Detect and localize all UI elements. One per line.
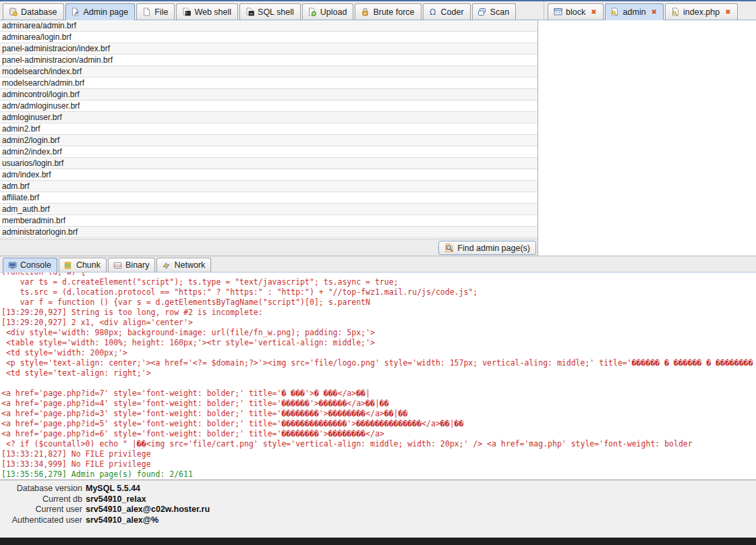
key-icon	[610, 7, 620, 17]
doc-tab-index-php[interactable]: index.php✖	[665, 3, 738, 20]
console-line: <td style='text-align: right;'>	[1, 368, 756, 378]
status-value: MySQL 5.5.44	[86, 484, 140, 493]
find-admin-pages-button[interactable]: Find admin page(s)	[438, 241, 536, 255]
connection-status-panel: Database versionMySQL 5.5.44Current dbsr…	[0, 480, 756, 538]
console-tab-network[interactable]: Network	[156, 258, 211, 272]
main-tab-scan[interactable]: Scan	[472, 3, 517, 20]
database-icon	[8, 7, 18, 17]
console-line: <a href='page.php?id=7' style='font-weig…	[1, 389, 756, 399]
main-tab-strip: DatabaseAdmin pageFileWeb shellSQL shell…	[3, 3, 517, 20]
webshell-icon	[181, 7, 191, 17]
status-label: Database version	[0, 484, 82, 494]
status-label: Authenticated user	[0, 515, 82, 526]
file-icon	[142, 7, 151, 17]
admin-path-row[interactable]: adminarea/login.brf	[0, 32, 537, 43]
chunk-icon	[63, 260, 73, 270]
console-line: <td style='width: 200px;'>	[1, 348, 756, 358]
admin-path-list: adminarea/admin.brfadminarea/login.brfpa…	[0, 20, 537, 238]
main-tab-admin-page[interactable]: Admin page	[65, 3, 136, 20]
console-line: [13:33:21,827] No FILE privilege	[1, 449, 756, 459]
admin-path-row[interactable]: memberadmin.brf	[0, 215, 537, 227]
admin-path-row[interactable]: affiliate.brf	[0, 192, 537, 204]
status-row: Authenticated usersrv54910_alex@%	[0, 515, 756, 526]
status-row: Database versionMySQL 5.5.44	[0, 484, 756, 494]
admin-path-row[interactable]: admloginuser.brf	[0, 112, 537, 123]
admin-path-row[interactable]: adm.brf	[0, 181, 537, 192]
console-line: (function (d, w) {	[1, 272, 756, 277]
main-tab-file[interactable]: File	[136, 3, 175, 20]
document-tab-strip: block✖admin✖index.php✖	[548, 3, 739, 20]
search-icon	[444, 243, 455, 253]
close-icon[interactable]: ✖	[725, 8, 730, 16]
main-tab-label: Upload	[320, 7, 347, 17]
admin-path-row[interactable]: modelsearch/index.brf	[0, 66, 537, 78]
doc-tab-admin[interactable]: admin✖	[605, 3, 664, 20]
console-tab-console[interactable]: Console	[3, 258, 57, 272]
main-tab-brute-force[interactable]: Brute force	[355, 3, 421, 20]
console-line: [13:29:20,927] 2 x1, <div align='center'…	[1, 318, 756, 328]
find-button-label: Find admin page(s)	[457, 243, 530, 253]
page-edit-icon	[71, 7, 80, 17]
admin-path-row[interactable]: adm_auth.brf	[0, 204, 537, 215]
admin-path-row[interactable]: panel-administracion/admin.brf	[0, 55, 537, 66]
main-tab-label: File	[154, 7, 168, 17]
console-line: <a href='page.php?id=3' style='font-weig…	[1, 409, 756, 419]
admin-path-row[interactable]: adm/index.brf	[0, 169, 537, 181]
console-line: <div style='width: 980px; background-ima…	[1, 328, 756, 338]
close-icon[interactable]: ✖	[591, 8, 596, 16]
status-value: srv54910_alex@%	[86, 515, 158, 525]
doc-tab-block[interactable]: block✖	[548, 3, 604, 20]
admin-path-row[interactable]: panel-administracion/index.brf	[0, 43, 537, 55]
main-tab-label: Database	[21, 7, 57, 17]
bottom-dark-bar	[0, 538, 756, 545]
main-tab-label: Admin page	[84, 7, 129, 17]
console-tab-label: Console	[20, 260, 51, 270]
admin-path-row[interactable]: admin2.brf	[0, 123, 537, 135]
admin-path-row[interactable]: admin2/login.brf	[0, 135, 537, 146]
top-tab-bar: DatabaseAdmin pageFileWeb shellSQL shell…	[0, 1, 756, 20]
admin-path-row[interactable]: administratorlogin.brf	[0, 227, 537, 238]
upload-icon	[308, 7, 317, 17]
console-tab-bar: ConsoleChunk010BinaryNetwork	[0, 256, 756, 272]
document-view-panel	[537, 20, 756, 256]
close-icon[interactable]: ✖	[651, 8, 657, 16]
console-tab-label: Binary	[125, 260, 149, 270]
scan-icon	[477, 7, 487, 17]
admin-path-row[interactable]: usuarios/login.brf	[0, 158, 537, 169]
main-tab-label: Scan	[490, 7, 510, 17]
sqlshell-icon	[245, 7, 254, 17]
main-tab-database[interactable]: Database	[3, 3, 64, 20]
admin-path-row[interactable]: modelsearch/admin.brf	[0, 78, 537, 89]
main-tab-label: Brute force	[373, 7, 414, 17]
status-row: Current dbsrv54910_relax	[0, 494, 756, 505]
console-tab-chunk[interactable]: Chunk	[59, 258, 107, 272]
main-tab-label: Coder	[441, 7, 464, 17]
admin-path-row[interactable]: adm/admloginuser.brf	[0, 101, 537, 112]
main-tab-web-shell[interactable]: Web shell	[176, 3, 238, 20]
app-window: DatabaseAdmin pageFileWeb shellSQL shell…	[0, 0, 756, 545]
admin-path-row[interactable]: admin2/index.brf	[0, 146, 537, 158]
status-value: srv54910_relax	[86, 494, 146, 504]
console-line: <p style='text-align: center;'><a href='…	[1, 358, 756, 368]
console-line	[1, 378, 756, 389]
admin-path-row[interactable]: adminarea/admin.brf	[0, 20, 537, 32]
console-line: [13:35:56,279] Admin page(s) found: 2/61…	[1, 469, 756, 480]
tabbar-divider	[544, 1, 544, 20]
admin-page-panel: adminarea/admin.brfadminarea/login.brfpa…	[0, 20, 537, 239]
main-tab-coder[interactable]: ΩCoder	[423, 3, 471, 20]
main-tab-upload[interactable]: Upload	[302, 3, 354, 20]
main-tab-sql-shell[interactable]: SQL shell	[239, 3, 301, 20]
status-label: Current db	[0, 494, 82, 505]
console-tab-strip: ConsoleChunk010BinaryNetwork	[3, 258, 212, 272]
admin-path-row[interactable]: admincontrol/login.brf	[0, 89, 537, 101]
status-label: Current user	[0, 505, 82, 515]
console-tab-binary[interactable]: 010Binary	[108, 258, 155, 272]
console-line: <table style='width: 100%; height: 160px…	[1, 338, 756, 348]
console-tab-label: Chunk	[76, 260, 100, 270]
console-icon	[7, 260, 17, 270]
omega-icon: Ω	[428, 7, 438, 17]
svg-text:Ω: Ω	[430, 7, 436, 16]
status-value: srv54910_alex@c02w.hoster.ru	[86, 505, 210, 514]
console-line: var f = function () {var s = d.getElemen…	[1, 297, 756, 308]
console-output[interactable]: (function (d, w) { var ts = d.createElem…	[0, 272, 756, 480]
